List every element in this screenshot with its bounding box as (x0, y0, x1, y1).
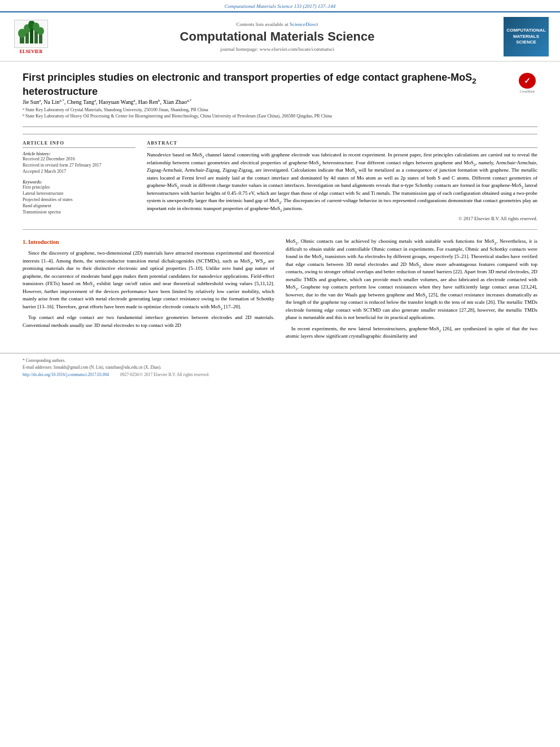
affiliation-b: ᵇ State Key Laboratory of Heavy Oil Proc… (23, 113, 511, 119)
footer: * Corresponding authors. E-mail addresse… (0, 353, 560, 381)
article-info-abstract-section: ARTICLE INFO Article history: Received 2… (23, 134, 537, 221)
science-direct-link: Contents lists available at ScienceDirec… (58, 21, 497, 27)
cms-logo-image: COMPUTATIONAL MATERIALS SCIENCE (504, 17, 549, 56)
email-note: E-mail addresses: linnakh@gmail.com (N. … (23, 365, 537, 370)
affiliation-a: ᵃ State Key Laboratory of Crystal Materi… (23, 107, 511, 112)
intro-para-4: In recent experiments, the new lateral h… (286, 325, 537, 340)
keywords-label: Keywords: (23, 180, 135, 185)
doi-link[interactable]: http://dx.doi.org/10.1016/j.commatsci.20… (23, 372, 109, 377)
intro-para-3: MoS2. Ohmic contacts can be achieved by … (286, 238, 537, 322)
intro-para-1: Since the discovery of graphene, two-dim… (23, 250, 274, 311)
accepted-date: Accepted 2 March 2017 (23, 169, 135, 174)
abstract-text: Nanodevice based on MoS2 channel lateral… (147, 151, 537, 212)
article-title-section: First principles studies on electronic a… (23, 71, 537, 127)
keyword-2: Lateral heterostructure (23, 191, 135, 196)
intro-para-2: Top contact and edge contact are two fun… (23, 314, 274, 329)
crossmark-label: CrossMark (520, 90, 535, 93)
abstract-col: ABSTRACT Nanodevice based on MoS2 channe… (147, 140, 537, 221)
journal-header-center: Contents lists available at ScienceDirec… (58, 21, 497, 52)
elsevier-logo-image (14, 20, 48, 48)
journal-title: Computational Materials Science (58, 29, 497, 44)
crossmark-icon: ✓ (519, 73, 536, 89)
received-date: Received 22 December 2016 (23, 156, 135, 161)
keyword-3: Projected densities of states (23, 197, 135, 202)
keyword-1: First principles (23, 185, 135, 190)
section-divider (23, 229, 537, 230)
body-left-col: 1. Introduction Since the discovery of g… (23, 238, 274, 344)
elsevier-label: ELSEVIER (20, 49, 42, 54)
main-content: First principles studies on electronic a… (0, 62, 560, 353)
article-info-col: ARTICLE INFO Article history: Received 2… (23, 140, 135, 221)
body-right-col: MoS2. Ohmic contacts can be achieved by … (286, 238, 537, 344)
article-title: First principles studies on electronic a… (23, 71, 511, 99)
keyword-5: Transmission spectra (23, 209, 135, 215)
keyword-4: Band alignment (23, 203, 135, 208)
revised-date: Received in revised form 27 February 201… (23, 163, 135, 168)
science-direct-anchor[interactable]: ScienceDirect (290, 21, 318, 27)
journal-header: ELSEVIER Contents lists available at Sci… (0, 11, 560, 62)
article-info-header: ARTICLE INFO (23, 140, 135, 148)
elsevier-logo: ELSEVIER (11, 20, 51, 54)
abstract-header: ABSTRACT (147, 140, 537, 148)
intro-section-title: 1. Introduction (23, 238, 274, 246)
footer-copyright: 0927-0256/© 2017 Elsevier B.V. All right… (120, 372, 209, 377)
svg-point-9 (37, 27, 44, 35)
crossmark-badge: ✓ CrossMark (517, 73, 537, 93)
journal-homepage: journal homepage: www.elsevier.com/locat… (58, 46, 497, 52)
copyright-line: © 2017 Elsevier B.V. All rights reserved… (147, 216, 537, 221)
journal-reference: Computational Materials Science 133 (201… (0, 0, 560, 11)
history-label: Article history: (23, 151, 135, 156)
footer-links: http://dx.doi.org/10.1016/j.commatsci.20… (23, 372, 537, 377)
corresponding-note: * Corresponding authors. (23, 358, 537, 363)
keywords-section: Keywords: First principles Lateral heter… (23, 180, 135, 215)
body-columns: 1. Introduction Since the discovery of g… (23, 238, 537, 344)
authors-line: Jie Suna, Na Lina,*, Cheng Tanga, Haoyua… (23, 99, 511, 105)
